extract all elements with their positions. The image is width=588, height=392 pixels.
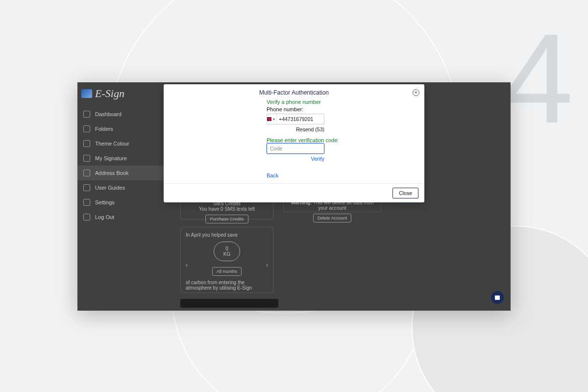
country-flag-picker[interactable]: ▾ [267, 114, 277, 124]
sidebar-item-log-out[interactable]: Log Out [77, 210, 175, 224]
sidebar-item-my-signature[interactable]: My Signature [77, 151, 175, 166]
footer-bar [180, 299, 278, 308]
chevron-left-icon[interactable]: ‹ [186, 262, 188, 269]
carbon-unit: KG [223, 251, 230, 257]
close-icon: ✕ [414, 90, 418, 95]
grid-icon [83, 111, 90, 118]
modal-title: Multi-Factor Authentication [164, 84, 424, 99]
sidebar-item-dashboard[interactable]: Dashboard [77, 107, 175, 122]
app-window: E-Sign Dashboard Folders Theme Colour My… [77, 82, 511, 311]
sidebar-item-label: Settings [95, 199, 115, 205]
card-carbon-savings: In April you helped save ‹ › 0 KG All mo… [180, 227, 273, 293]
sidebar-item-theme-colour[interactable]: Theme Colour [77, 136, 175, 151]
gear-icon [83, 199, 90, 206]
carbon-lead: In April you helped save [186, 232, 268, 238]
phone-label: Phone number: [267, 106, 402, 112]
sidebar-item-label: Folders [95, 126, 113, 132]
verify-heading: Verify a phone number [267, 99, 402, 105]
sidebar: E-Sign Dashboard Folders Theme Colour My… [77, 82, 175, 311]
modal-close-button[interactable]: ✕ [413, 89, 419, 96]
sidebar-item-label: Log Out [95, 214, 114, 220]
phone-input[interactable] [277, 116, 316, 122]
purchase-credits-button[interactable]: Purchase Credits [205, 215, 248, 223]
verification-code-input[interactable] [267, 143, 324, 154]
sidebar-item-address-book[interactable]: Address Book [77, 166, 175, 180]
code-label: Please enter verification code: [267, 137, 402, 143]
verify-link[interactable]: Verify [267, 156, 324, 162]
phone-field[interactable]: ▾ [267, 114, 324, 124]
back-link[interactable]: Back [267, 172, 402, 178]
sidebar-item-label: My Signature [95, 155, 127, 161]
sidebar-nav: Dashboard Folders Theme Colour My Signat… [77, 107, 175, 224]
palette-icon [83, 140, 90, 147]
chat-fab[interactable] [491, 291, 504, 304]
step-number: 4 [502, 15, 573, 142]
card-status: You have 0 SMS texts left [186, 206, 268, 212]
mfa-modal: ✕ Multi-Factor Authentication Verify a p… [164, 84, 424, 202]
sidebar-item-folders[interactable]: Folders [77, 122, 175, 136]
folder-icon [83, 125, 90, 132]
book-icon [83, 184, 90, 191]
modal-body: Verify a phone number Phone number: ▾ Re… [164, 99, 424, 183]
carbon-value: 0 [225, 246, 228, 251]
sidebar-item-label: User Guides [95, 185, 125, 191]
chevron-right-icon[interactable]: › [266, 262, 268, 269]
sidebar-item-user-guides[interactable]: User Guides [77, 180, 175, 195]
chevron-down-icon: ▾ [271, 117, 276, 122]
cloud-icon: 0 KG [214, 242, 240, 261]
delete-account-button[interactable]: Delete Account [313, 214, 352, 222]
brand-name: E-Sign [95, 87, 124, 100]
sidebar-item-label: Theme Colour [95, 141, 129, 147]
brand-logo-icon [81, 89, 92, 98]
modal-footer: Close [164, 183, 424, 202]
contacts-icon [83, 170, 90, 176]
logout-icon [83, 214, 90, 220]
signature-icon [83, 155, 90, 162]
sidebar-item-label: Dashboard [95, 111, 122, 117]
chat-icon [495, 295, 500, 300]
range-button[interactable]: All months [212, 267, 242, 276]
resend-link[interactable]: Resend (53) [267, 126, 324, 132]
close-button[interactable]: Close [392, 188, 418, 198]
uk-flag-icon [267, 117, 271, 121]
brand: E-Sign [77, 82, 175, 107]
sidebar-item-settings[interactable]: Settings [77, 195, 175, 210]
carbon-trail: of carbon from entering the atmosphere b… [186, 280, 268, 291]
sidebar-item-label: Address Book [95, 170, 128, 176]
